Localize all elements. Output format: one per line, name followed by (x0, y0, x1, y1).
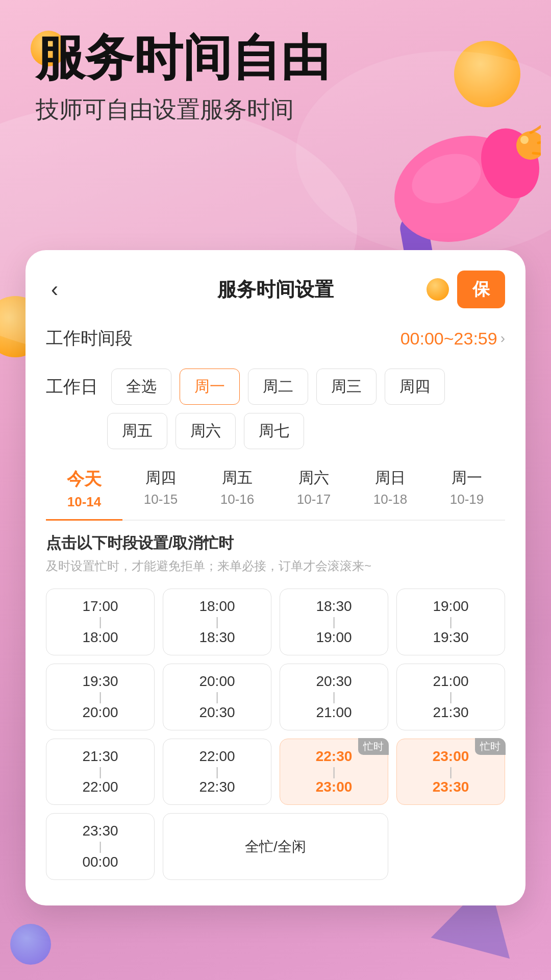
time-slot-2330[interactable]: 23:30 | 00:00 (46, 813, 155, 880)
instruction-sub: 及时设置忙时，才能避免拒单；来单必接，订单才会滚滚来~ (46, 558, 505, 574)
slot-end: 20:00 (52, 704, 149, 721)
slot-end: 23:30 (402, 779, 499, 795)
tab-today-num: 10-14 (46, 494, 122, 510)
slot-end: 23:00 (285, 779, 383, 795)
back-button[interactable]: ‹ (46, 275, 63, 304)
day-sun-btn[interactable]: 周七 (244, 413, 304, 449)
day-wed-btn[interactable]: 周三 (316, 369, 377, 405)
tab-thu-num: 10-15 (122, 492, 199, 507)
deco-ball-bottom-left (10, 924, 51, 965)
time-slot-2100[interactable]: 21:00 | 21:30 (396, 664, 505, 730)
time-slot-2130[interactable]: 21:30 | 22:00 (46, 739, 155, 805)
tab-sat-num: 10-17 (276, 492, 352, 507)
slot-end: 20:30 (168, 704, 266, 721)
tab-thu[interactable]: 周四 10-15 (122, 468, 199, 520)
tab-mon[interactable]: 周一 10-19 (429, 468, 505, 520)
svg-point-5 (520, 136, 529, 144)
header-right: 保 (427, 271, 505, 308)
slot-sep: | (168, 765, 266, 779)
day-fri-btn[interactable]: 周五 (107, 413, 167, 449)
full-busy-button[interactable]: 全忙/全闲 (163, 813, 388, 880)
work-time-label: 工作时间段 (46, 327, 133, 350)
slot-sep: | (168, 615, 266, 629)
slot-start: 18:30 (285, 598, 383, 615)
slot-sep: | (285, 615, 383, 629)
tab-sat[interactable]: 周六 10-17 (276, 468, 352, 520)
tab-sun[interactable]: 周日 10-18 (352, 468, 429, 520)
hero-subtitle: 技师可自由设置服务时间 (36, 94, 330, 126)
tab-fri-num: 10-16 (199, 492, 276, 507)
day-sat-btn[interactable]: 周六 (176, 413, 236, 449)
slot-sep: | (52, 839, 149, 854)
slot-start: 20:00 (168, 673, 266, 690)
slot-sep: | (402, 690, 499, 704)
work-time-value[interactable]: 00:00~23:59 › (400, 329, 505, 349)
tab-fri[interactable]: 周五 10-16 (199, 468, 276, 520)
slot-end: 22:00 (52, 779, 149, 795)
time-slot-1830[interactable]: 18:30 | 19:00 (280, 589, 388, 655)
megaphone-illustration (357, 92, 541, 276)
time-slot-1800[interactable]: 18:00 | 18:30 (163, 589, 271, 655)
slot-end: 18:00 (52, 629, 149, 646)
slot-sep: | (52, 690, 149, 704)
hero-section: 服务时间自由 技师可自由设置服务时间 (36, 31, 330, 126)
time-grid: 17:00 | 18:00 18:00 | 18:30 18:30 | 19:0… (46, 589, 505, 880)
work-time-row[interactable]: 工作时间段 00:00~23:59 › (46, 327, 505, 350)
slot-sep: | (52, 615, 149, 629)
slot-end: 19:00 (285, 629, 383, 646)
date-tabs: 今天 10-14 周四 10-15 周五 10-16 周六 10-17 周日 1… (46, 468, 505, 521)
slot-start: 22:00 (168, 748, 266, 765)
instruction-main: 点击以下时段设置/取消忙时 (46, 533, 505, 554)
tab-today-day: 今天 (46, 468, 122, 491)
card-header: ‹ 服务时间设置 保 (46, 271, 505, 308)
slot-start: 18:00 (168, 598, 266, 615)
time-slot-2030[interactable]: 20:30 | 21:00 (280, 664, 388, 730)
tab-sat-day: 周六 (276, 468, 352, 488)
time-slot-1700[interactable]: 17:00 | 18:00 (46, 589, 155, 655)
day-mon-btn[interactable]: 周一 (180, 369, 240, 405)
weekday-section: 工作日 全选 周一 周二 周三 周四 周五 周六 周七 (46, 369, 505, 449)
day-tue-btn[interactable]: 周二 (248, 369, 308, 405)
slot-end: 21:00 (285, 704, 383, 721)
main-card: ‹ 服务时间设置 保 工作时间段 00:00~23:59 › 工作日 全选 周一… (26, 250, 525, 905)
slot-sep: | (285, 765, 383, 779)
header-ball (427, 278, 449, 301)
slot-start: 21:00 (402, 673, 499, 690)
slot-end: 18:30 (168, 629, 266, 646)
slot-start: 21:30 (52, 748, 149, 765)
work-time-range: 00:00~23:59 (400, 329, 497, 349)
slot-sep: | (402, 765, 499, 779)
tab-fri-day: 周五 (199, 468, 276, 488)
tab-today[interactable]: 今天 10-14 (46, 468, 122, 521)
tab-sun-num: 10-18 (352, 492, 429, 507)
time-slot-2000[interactable]: 20:00 | 20:30 (163, 664, 271, 730)
busy-badge: 忙时 (475, 738, 506, 755)
slot-end: 22:30 (168, 779, 266, 795)
hero-title: 服务时间自由 (36, 31, 330, 85)
chevron-right-icon: › (500, 330, 505, 347)
slot-sep: | (285, 690, 383, 704)
time-slot-1900[interactable]: 19:00 | 19:30 (396, 589, 505, 655)
card-title: 服务时间设置 (217, 277, 334, 303)
slot-start: 19:00 (402, 598, 499, 615)
slot-start: 19:30 (52, 673, 149, 690)
tab-thu-day: 周四 (122, 468, 199, 488)
slot-sep: | (168, 690, 266, 704)
save-button[interactable]: 保 (457, 271, 505, 308)
weekday-row1: 工作日 全选 周一 周二 周三 周四 (46, 369, 505, 405)
time-slot-2300[interactable]: 忙时 23:00 | 23:30 (396, 739, 505, 805)
tab-mon-day: 周一 (429, 468, 505, 488)
time-slot-2230[interactable]: 忙时 22:30 | 23:00 (280, 739, 388, 805)
tab-sun-day: 周日 (352, 468, 429, 488)
slot-end: 21:30 (402, 704, 499, 721)
time-slot-1930[interactable]: 19:30 | 20:00 (46, 664, 155, 730)
weekday-label: 工作日 (46, 375, 98, 399)
slot-end: 00:00 (52, 854, 149, 870)
slot-start: 20:30 (285, 673, 383, 690)
day-all-btn[interactable]: 全选 (111, 369, 171, 405)
time-slot-2200[interactable]: 22:00 | 22:30 (163, 739, 271, 805)
slot-sep: | (402, 615, 499, 629)
day-thu-btn[interactable]: 周四 (385, 369, 445, 405)
slot-start: 17:00 (52, 598, 149, 615)
weekday-row2: 周五 周六 周七 (107, 413, 505, 449)
